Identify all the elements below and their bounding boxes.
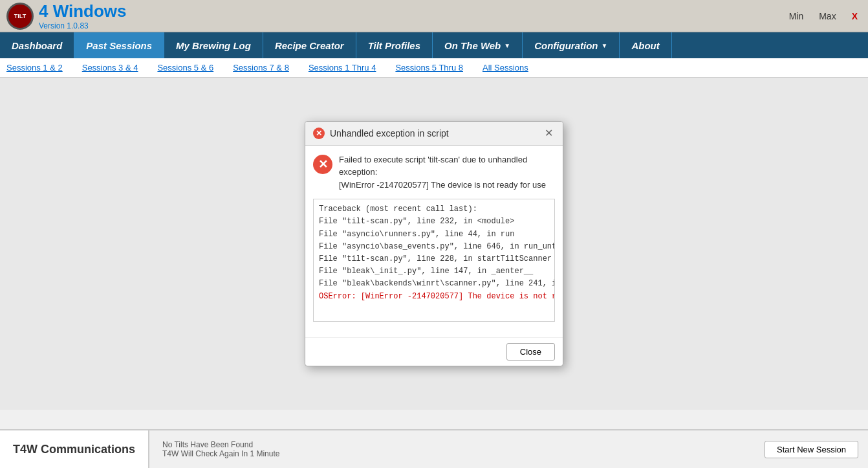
app-version: Version 1.0.83	[39, 21, 127, 30]
traceback-area[interactable]: Traceback (most recent call last): File …	[313, 199, 555, 322]
main-content: ✕ Unhandled exception in script ✕ ✕ Fail…	[0, 78, 868, 410]
nav-label-my-brewing-log: My Brewing Log	[176, 40, 251, 51]
nav-label-recipe-creator: Recipe Creator	[275, 40, 344, 51]
app-logo: TILT	[6, 3, 34, 30]
dialog-footer: Close	[305, 337, 563, 366]
dialog-error-icon-large: ✕	[313, 155, 332, 174]
dialog-body: ✕ Failed to execute script 'tilt-scan' d…	[305, 146, 563, 338]
traceback-line-4: File "bleak\_init_.py", line 147, in _ae…	[319, 265, 549, 278]
minimize-button[interactable]: Min	[785, 10, 808, 23]
error-message-line2: [WinError -2147020577] The device is not…	[339, 180, 546, 190]
nav-label-tilt-profiles: Tilt Profiles	[368, 40, 420, 51]
dialog-titlebar: ✕ Unhandled exception in script ✕	[305, 122, 563, 146]
nav-label-dashboard: Dashboard	[12, 40, 62, 51]
subnav-sessions-5-8[interactable]: Sessions 5 Thru 8	[395, 63, 463, 72]
subnav-sessions-1-2[interactable]: Sessions 1 & 2	[6, 63, 63, 72]
navbar: Dashboard Past Sessions My Brewing Log R…	[0, 32, 868, 58]
status-label-block: T4W Communications	[0, 430, 149, 468]
nav-item-my-brewing-log[interactable]: My Brewing Log	[164, 32, 263, 58]
error-dialog: ✕ Unhandled exception in script ✕ ✕ Fail…	[305, 121, 563, 367]
nav-item-dashboard[interactable]: Dashboard	[0, 32, 74, 58]
error-icon-symbol: ✕	[316, 129, 322, 138]
nav-item-on-the-web[interactable]: On The Web ▼	[433, 32, 523, 58]
maximize-button[interactable]: Max	[815, 10, 840, 23]
error-message-line1: Failed to execute script 'tilt-scan' due…	[339, 155, 527, 177]
on-the-web-dropdown-arrow: ▼	[504, 42, 510, 49]
nav-label-past-sessions: Past Sessions	[86, 40, 152, 51]
statusbar: T4W Communications No Tilts Have Been Fo…	[0, 429, 868, 468]
status-message-line2: T4W Will Check Again In 1 Minute	[162, 449, 742, 458]
traceback-line-2: File "asyncio\base_events.py", line 646,…	[319, 241, 549, 253]
titlebar: TILT 4 Windows Version 1.0.83 Min Max X	[0, 0, 868, 32]
dialog-title-error-icon: ✕	[313, 128, 325, 139]
titlebar-controls: Min Max X	[785, 10, 862, 23]
subnav-sessions-5-6[interactable]: Sessions 5 & 6	[157, 63, 213, 72]
nav-item-about[interactable]: About	[620, 32, 671, 58]
start-new-session-button[interactable]: Start New Session	[765, 441, 858, 458]
traceback-error-line: OSError: [WinError -2147020577] The devi…	[319, 291, 549, 303]
nav-item-past-sessions[interactable]: Past Sessions	[74, 32, 164, 58]
status-label: T4W Communications	[13, 443, 135, 456]
app-title: 4 Windows	[39, 1, 127, 21]
close-dialog-button[interactable]: Close	[506, 343, 555, 361]
nav-item-tilt-profiles[interactable]: Tilt Profiles	[356, 32, 433, 58]
error-message-text: Failed to execute script 'tilt-scan' due…	[339, 153, 555, 192]
dialog-title-left: ✕ Unhandled exception in script	[313, 128, 449, 139]
nav-label-about: About	[631, 40, 659, 51]
subnav: Sessions 1 & 2 Sessions 3 & 4 Sessions 5…	[0, 58, 868, 78]
configuration-dropdown-arrow: ▼	[602, 42, 608, 49]
traceback-line-3: File "tilt-scan.py", line 228, in startT…	[319, 253, 549, 265]
nav-label-on-the-web: On The Web	[444, 40, 501, 51]
subnav-sessions-7-8[interactable]: Sessions 7 & 8	[233, 63, 289, 72]
traceback-header: Traceback (most recent call last):	[319, 203, 549, 216]
dialog-title-text: Unhandled exception in script	[330, 128, 449, 139]
nav-item-recipe-creator[interactable]: Recipe Creator	[263, 32, 356, 58]
traceback-line-1: File "asyncio\runners.py", line 44, in r…	[319, 228, 549, 241]
error-message-row: ✕ Failed to execute script 'tilt-scan' d…	[313, 153, 555, 192]
status-messages: No Tilts Have Been Found T4W Will Check …	[149, 430, 755, 468]
status-message-line1: No Tilts Have Been Found	[162, 440, 742, 449]
traceback-line-5: File "bleak\backends\winrt\scanner.py", …	[319, 278, 549, 290]
dialog-overlay: ✕ Unhandled exception in script ✕ ✕ Fail…	[0, 78, 868, 410]
traceback-line-0: File "tilt-scan.py", line 232, in <modul…	[319, 216, 549, 228]
subnav-sessions-1-4[interactable]: Sessions 1 Thru 4	[309, 63, 376, 72]
subnav-sessions-3-4[interactable]: Sessions 3 & 4	[82, 63, 138, 72]
nav-label-configuration: Configuration	[534, 40, 598, 51]
app-title-block: 4 Windows Version 1.0.83	[39, 1, 127, 30]
subnav-all-sessions[interactable]: All Sessions	[483, 63, 528, 72]
dialog-close-button[interactable]: ✕	[542, 127, 555, 140]
close-window-button[interactable]: X	[848, 10, 862, 23]
nav-item-configuration[interactable]: Configuration ▼	[523, 32, 620, 58]
